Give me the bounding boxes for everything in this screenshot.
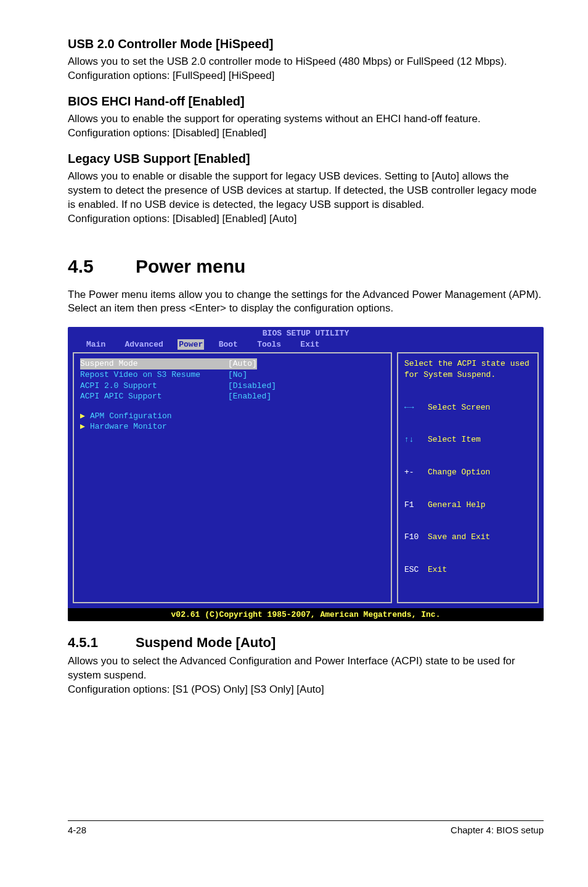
label-apic: ACPI APIC Support [80,391,228,402]
key-f10: F10 [404,532,428,543]
value-apic: [Enabled] [228,391,271,402]
tab-main[interactable]: Main [86,339,125,350]
body-usb20: Allows you to set the USB 2.0 controller… [68,55,544,83]
bios-title: BIOS SETUP UTILITY [68,328,544,339]
subsection-title: Suspend Mode [Auto] [136,635,276,651]
body-suspend-1: Allows you to select the Advanced Config… [68,654,544,683]
value-acpi20: [Disabled] [228,381,276,392]
body-power: The Power menu items allow you to change… [68,288,544,316]
triangle-right-icon: ▶ [80,421,90,432]
tab-tools[interactable]: Tools [257,339,300,350]
body-suspend-2: Configuration options: [S1 (POS) Only] [… [68,683,544,697]
bios-tabs: Main Advanced Power Boot Tools Exit [68,339,544,353]
row-suspend[interactable]: Suspend Mode [Auto] [80,358,385,369]
bios-left-pane: Suspend Mode [Auto] Repost Video on S3 R… [73,352,392,603]
arrows-lr-icon: ←→ [404,402,428,413]
arrows-ud-icon: ↑↓ [404,434,428,445]
tab-exit[interactable]: Exit [300,339,319,350]
body-legacy-2: Configuration options: [Disabled] [Enabl… [68,212,544,226]
section-number: 4.5 [68,256,136,277]
page-number: 4-28 [68,825,86,835]
tab-boot[interactable]: Boot [204,339,257,350]
chapter-label: Chapter 4: BIOS setup [451,825,544,835]
value-repost: [No] [228,369,247,381]
key-f1: F1 [404,500,428,511]
help-keys: ←→Select Screen ↑↓Select Item +-Change O… [404,381,531,597]
row-apm[interactable]: ▶ APM Configuration [80,411,385,422]
row-repost[interactable]: Repost Video on S3 Resume [No] [80,369,385,381]
bios-help-pane: Select the ACPI state used for System Su… [397,352,539,603]
bios-screenshot: BIOS SETUP UTILITY Main Advanced Power B… [68,327,544,621]
label-apm: APM Configuration [90,411,172,422]
help-text: Select the ACPI state used for System Su… [404,358,531,380]
section-title: Power menu [136,256,245,277]
value-suspend: [Auto] [228,358,257,369]
row-hw[interactable]: ▶ Hardware Monitor [80,421,385,432]
heading-ehci: BIOS EHCI Hand-off [Enabled] [68,94,544,109]
subsection-number: 4.5.1 [68,635,136,651]
row-apic[interactable]: ACPI APIC Support [Enabled] [80,391,385,402]
body-legacy-1: Allows you to enable or disable the supp… [68,170,544,212]
heading-legacy: Legacy USB Support [Enabled] [68,152,544,166]
label-suspend: Suspend Mode [80,358,228,369]
label-hw: Hardware Monitor [90,421,167,432]
bios-footer: v02.61 (C)Copyright 1985-2007, American … [68,608,544,622]
label-acpi20: ACPI 2.0 Support [80,381,228,392]
key-esc: ESC [404,564,428,576]
body-ehci: Allows you to enable the support for ope… [68,112,544,141]
page-footer: 4-28 Chapter 4: BIOS setup [68,820,544,835]
triangle-right-icon: ▶ [80,411,90,422]
tab-power[interactable]: Power [178,339,204,350]
label-repost: Repost Video on S3 Resume [80,369,228,381]
heading-usb20: USB 2.0 Controller Mode [HiSpeed] [68,37,544,51]
key-plusminus: +- [404,467,428,478]
row-acpi20[interactable]: ACPI 2.0 Support [Disabled] [80,381,385,392]
tab-advanced[interactable]: Advanced [125,339,178,350]
